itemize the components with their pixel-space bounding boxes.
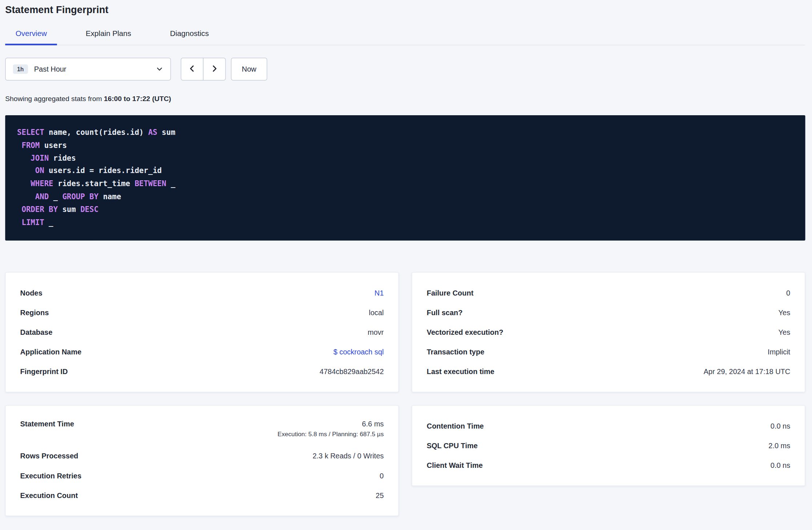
row-label: Execution Retries (20, 471, 81, 480)
sql-keyword: GROUP BY (62, 192, 99, 201)
sql-keyword: SELECT (17, 128, 44, 137)
application-name-link[interactable]: $ cockroach sql (333, 348, 384, 356)
sql-text: _ (44, 218, 53, 226)
chevron-right-icon (210, 64, 218, 74)
row-label: Client Wait Time (427, 461, 483, 470)
previous-interval-button[interactable] (181, 58, 204, 81)
row-value-block: 4784cb829aab2542 (319, 368, 383, 376)
interval-arrows (181, 58, 226, 81)
row-value: 0.0 ns (771, 422, 790, 430)
row-value-block: Implicit (768, 348, 790, 356)
row-label: Contention Time (427, 422, 484, 430)
stats-right-rows: Contention Time0.0 nsSQL CPU Time2.0 msC… (427, 416, 790, 475)
row-contention-time: Contention Time0.0 ns (427, 416, 790, 436)
row-subvalue: Execution: 5.8 ms / Planning: 687.5 µs (278, 431, 384, 438)
row-label: Last execution time (427, 368, 494, 376)
row-value-block: 0 (380, 471, 384, 480)
row-vectorized-execution: Vectorized execution?Yes (427, 322, 790, 342)
sql-line: WHERE rides.start_time BETWEEN _ (17, 177, 795, 190)
row-value: 2.3 k Reads / 0 Writes (313, 452, 384, 460)
sql-keyword: BETWEEN (134, 180, 166, 188)
row-value-block: 0.0 ns (771, 461, 790, 470)
row-nodes: NodesN1 (20, 283, 384, 303)
row-label: Vectorized execution? (427, 328, 503, 336)
sql-text: users (40, 141, 67, 149)
row-value: 2.0 ms (768, 441, 790, 450)
statement-details-card: NodesN1RegionslocalDatabasemovrApplicati… (5, 272, 399, 393)
row-rows-processed: Rows Processed2.3 k Reads / 0 Writes (20, 446, 384, 466)
sql-keyword: LIMIT (21, 218, 44, 226)
next-interval-button[interactable] (203, 58, 226, 81)
chevron-left-icon (188, 64, 196, 74)
row-value: 4784cb829aab2542 (319, 368, 383, 376)
row-value: 0 (380, 471, 384, 480)
tab-explain-plans[interactable]: Explain Plans (75, 29, 141, 45)
row-value-block: $ cockroach sql (333, 348, 384, 356)
sql-text (17, 141, 21, 149)
row-label: Regions (20, 308, 49, 317)
aggregated-stats-line: Showing aggregated stats from 16:00 to 1… (5, 95, 805, 103)
sql-line: FROM users (17, 139, 795, 152)
tab-diagnostics[interactable]: Diagnostics (160, 29, 219, 45)
row-label: Rows Processed (20, 452, 79, 460)
timing-stats-card: Contention Time0.0 nsSQL CPU Time2.0 msC… (412, 405, 805, 486)
row-value-block: local (369, 308, 384, 317)
row-value: 6.6 ms (278, 420, 384, 428)
sql-text: sum (58, 205, 80, 213)
statement-stats-card: Statement Time6.6 msExecution: 5.8 ms / … (5, 405, 399, 516)
nodes-link[interactable]: N1 (374, 289, 384, 297)
row-value: movr (367, 328, 383, 336)
row-value: 0 (786, 289, 790, 297)
sql-text (17, 205, 21, 213)
row-label: Database (20, 328, 53, 336)
sql-keyword: WHERE (31, 180, 53, 188)
row-label: Application Name (20, 348, 81, 356)
row-label: Fingerprint ID (20, 368, 68, 376)
sql-text: _ (49, 192, 62, 201)
sql-text (17, 167, 35, 175)
sql-line: ON users.id = rides.rider_id (17, 165, 795, 177)
sql-keyword: FROM (21, 141, 40, 149)
interval-badge: 1h (13, 64, 28, 74)
interval-label: Past Hour (34, 65, 67, 73)
row-value-block: 0.0 ns (771, 422, 790, 430)
sql-text: rides (49, 154, 76, 162)
tab-bar: OverviewExplain PlansDiagnostics (5, 29, 805, 45)
row-value: 0.0 ns (771, 461, 790, 470)
sql-text: sum (157, 128, 176, 137)
row-value-block: 2.0 ms (768, 441, 790, 450)
chevron-down-icon (156, 65, 163, 73)
sql-line: JOIN rides (17, 152, 795, 164)
sql-text (17, 154, 31, 162)
row-value-block: Yes (779, 328, 791, 336)
row-failure-count: Failure Count0 (427, 283, 790, 303)
page-title: Statement Fingerprint (5, 4, 805, 16)
row-value-block: N1 (374, 289, 384, 297)
now-button[interactable]: Now (231, 58, 267, 81)
row-value-block: 0 (786, 289, 790, 297)
row-value-block: 6.6 msExecution: 5.8 ms / Planning: 687.… (278, 420, 384, 438)
details-right-rows: Failure Count0Full scan?YesVectorized ex… (427, 283, 790, 382)
sql-keyword: ON (35, 167, 44, 175)
row-sql-cpu-time: SQL CPU Time2.0 ms (427, 436, 790, 455)
time-toolbar: 1h Past Hour Now (5, 58, 805, 81)
row-value: Apr 29, 2024 at 17:18 UTC (704, 368, 790, 376)
time-interval-select[interactable]: 1h Past Hour (5, 58, 171, 81)
row-value-block: movr (367, 328, 383, 336)
sql-line: SELECT name, count(rides.id) AS sum (17, 126, 795, 139)
row-execution-count: Execution Count25 (20, 486, 384, 505)
row-client-wait-time: Client Wait Time0.0 ns (427, 455, 790, 475)
summary-cards: NodesN1RegionslocalDatabasemovrApplicati… (5, 272, 805, 516)
row-transaction-type: Transaction typeImplicit (427, 342, 790, 362)
sql-text (17, 180, 31, 188)
row-value: 25 (376, 491, 384, 499)
sql-text: _ (166, 180, 175, 188)
row-value: local (369, 308, 384, 317)
sql-line: AND _ GROUP BY name (17, 190, 795, 203)
details-left-rows: NodesN1RegionslocalDatabasemovrApplicati… (20, 283, 384, 382)
row-value: Yes (779, 328, 791, 336)
tab-overview[interactable]: Overview (5, 29, 57, 45)
row-value-block: 25 (376, 491, 384, 499)
row-label: Transaction type (427, 348, 485, 356)
row-full-scan: Full scan?Yes (427, 303, 790, 322)
